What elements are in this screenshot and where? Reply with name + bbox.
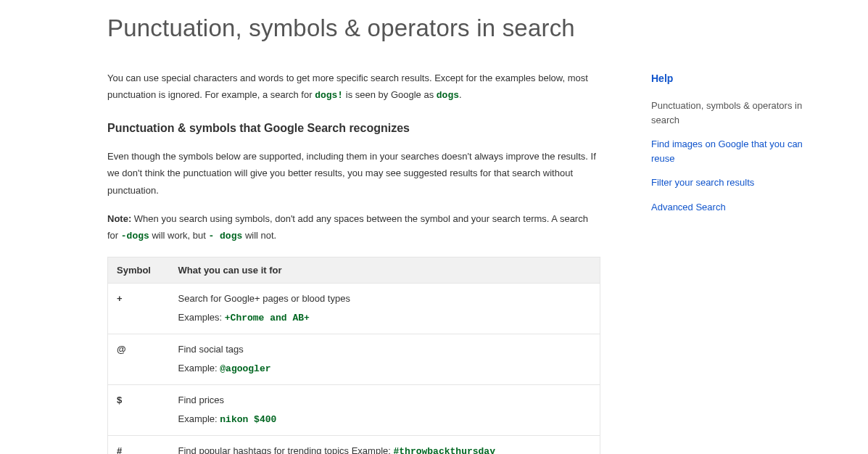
symbol: # [117,445,122,454]
row-desc: Find popular hashtags for trending topic… [178,445,394,454]
intro-code-1: dogs! [315,90,343,101]
note-code-1: -dogs [121,231,149,242]
row-example-code: #throwbackthursday [394,446,495,454]
table-header-use: What you can use it for [170,257,600,283]
row-desc: Find social tags [178,344,244,355]
row-example-code: @agoogler [220,363,270,374]
sidebar-link-current[interactable]: Punctuation, symbols & operators in sear… [651,99,811,127]
row-example-code: nikon $400 [220,414,276,425]
row-desc: Search for Google+ pages or blood types [178,293,350,304]
intro-text-b: is seen by Google as [343,89,437,100]
sidebar-link-advanced[interactable]: Advanced Search [651,200,811,215]
note-paragraph: Note: When you search using symbols, don… [107,210,600,245]
table-row: # Find popular hashtags for trending top… [108,436,600,454]
row-example-code: +Chrome and AB+ [225,313,310,323]
sidebar-link-images[interactable]: Find images on Google that you can reuse [651,137,811,165]
intro-paragraph: You can use special characters and words… [107,70,600,104]
sidebar-heading: Help [651,73,811,84]
symbols-table: Symbol What you can use it for + Search … [107,257,600,454]
sidebar-link-filter[interactable]: Filter your search results [651,176,811,190]
page-title: Punctuation, symbols & operators in sear… [107,15,600,42]
intro-code-2: dogs [437,90,459,101]
note-label: Note: [107,213,131,224]
table-row: @ Find social tags Example: @agoogler [108,334,600,384]
table-row: + Search for Google+ pages or blood type… [108,283,600,334]
sidebar: Help Punctuation, symbols & operators in… [622,15,811,454]
row-example-label: Example: [178,363,220,373]
intro-text-c: . [459,89,462,100]
note-text-b: will work, but [149,230,209,241]
row-desc: Find prices [178,395,225,405]
row-example-label: Example: [178,413,220,424]
main-content: Punctuation, symbols & operators in sear… [107,15,622,454]
table-row: $ Find prices Example: nikon $400 [108,385,600,436]
symbol: @ [117,344,126,355]
symbol: + [117,293,123,304]
note-text-c: will not. [242,230,276,241]
section-heading: Punctuation & symbols that Google Search… [107,122,600,135]
note-code-2: - dogs [208,231,242,242]
symbol: $ [117,395,122,405]
table-header-symbol: Symbol [108,257,170,283]
section-paragraph: Even though the symbols below are suppor… [107,148,600,199]
row-example-label: Examples: [178,312,225,323]
